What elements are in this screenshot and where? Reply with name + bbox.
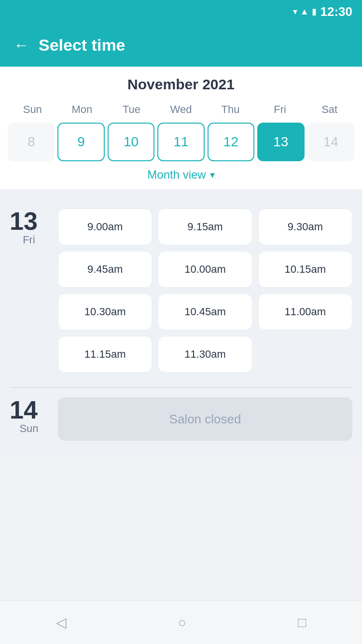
date-cell-10[interactable]: 10 xyxy=(108,123,154,161)
bottom-nav: ◁ ○ □ xyxy=(0,601,362,644)
day-label-14: 14 Sun xyxy=(10,397,48,435)
date-cell-11[interactable]: 11 xyxy=(157,123,204,161)
signal-icon: ▲ xyxy=(300,7,309,17)
week-dates-row: 8 9 10 11 12 13 14 xyxy=(8,123,354,161)
day-label-13: 13 Fri xyxy=(10,209,48,246)
weekday-wed: Wed xyxy=(156,101,206,118)
week-days-row: Sun Mon Tue Wed Thu Fri Sat xyxy=(8,101,354,118)
page-title: Select time xyxy=(39,36,125,55)
status-bar: ▾ ▲ ▮ 12:30 xyxy=(0,0,362,23)
back-button[interactable]: ← xyxy=(14,37,29,53)
battery-icon: ▮ xyxy=(312,6,317,17)
home-nav-icon[interactable]: ○ xyxy=(178,615,186,630)
month-view-label: Month view xyxy=(147,168,206,182)
status-icons: ▾ ▲ ▮ xyxy=(293,6,317,17)
date-cell-13[interactable]: 13 xyxy=(257,123,304,161)
time-slot-1030am[interactable]: 10.30am xyxy=(58,294,152,330)
day-section-14: 14 Sun Salon closed xyxy=(10,388,352,455)
chevron-down-icon: ▾ xyxy=(210,169,215,181)
weekday-sun: Sun xyxy=(8,101,57,118)
weekday-mon: Mon xyxy=(57,101,107,118)
weekday-tue: Tue xyxy=(107,101,156,118)
day-name-13: Fri xyxy=(10,234,48,246)
time-slot-1100am[interactable]: 11.00am xyxy=(258,294,352,330)
time-slot-930am[interactable]: 9.30am xyxy=(258,209,352,245)
date-cell-14[interactable]: 14 xyxy=(307,123,354,161)
month-year-title: November 2021 xyxy=(8,76,354,93)
schedule-area: 13 Fri 9.00am 9.15am 9.30am 9.45am 10.00… xyxy=(0,189,362,455)
weekday-fri: Fri xyxy=(255,101,305,118)
time-slot-1045am[interactable]: 10.45am xyxy=(158,294,252,330)
day-section-13: 13 Fri 9.00am 9.15am 9.30am 9.45am 10.00… xyxy=(10,199,352,387)
time-slots-grid-13: 9.00am 9.15am 9.30am 9.45am 10.00am 10.1… xyxy=(58,209,352,373)
date-cell-9[interactable]: 9 xyxy=(57,123,104,161)
month-view-toggle[interactable]: Month view ▾ xyxy=(8,161,354,184)
time-slot-1130am[interactable]: 11.30am xyxy=(158,336,252,373)
recent-nav-icon[interactable]: □ xyxy=(298,615,306,630)
day-number-14: 14 xyxy=(10,397,48,422)
wifi-icon: ▾ xyxy=(293,6,297,17)
weekday-thu: Thu xyxy=(206,101,255,118)
salon-closed-box: Salon closed xyxy=(58,397,352,441)
time-slot-900am[interactable]: 9.00am xyxy=(58,209,152,245)
time-slot-915am[interactable]: 9.15am xyxy=(158,209,252,245)
back-nav-icon[interactable]: ◁ xyxy=(56,615,67,630)
calendar-section: November 2021 Sun Mon Tue Wed Thu Fri Sa… xyxy=(0,67,362,189)
day-name-14: Sun xyxy=(10,422,48,435)
time-slot-945am[interactable]: 9.45am xyxy=(58,251,152,288)
time-slot-1000am[interactable]: 10.00am xyxy=(158,251,252,288)
time-slot-1015am[interactable]: 10.15am xyxy=(258,251,352,288)
weekday-sat: Sat xyxy=(305,101,354,118)
date-cell-8[interactable]: 8 xyxy=(8,123,55,161)
status-time: 12:30 xyxy=(320,4,353,19)
time-slot-1115am[interactable]: 11.15am xyxy=(58,336,152,373)
day-number-13: 13 xyxy=(10,209,48,234)
date-cell-12[interactable]: 12 xyxy=(208,123,254,161)
app-header: ← Select time xyxy=(0,23,362,67)
